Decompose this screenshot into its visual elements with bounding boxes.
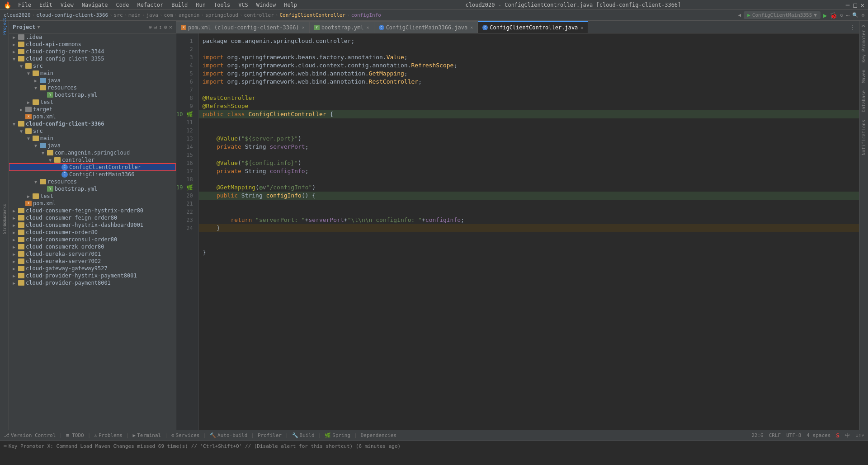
database-tab[interactable]: Database — [861, 89, 866, 114]
dependencies-tab[interactable]: Dependencies — [361, 432, 396, 438]
menu-run[interactable]: Run — [192, 1, 209, 9]
tree-item-provider-payment8001[interactable]: ▶ cloud-provider-payment8001 — [9, 279, 176, 287]
tab-pom[interactable]: X pom.xml (cloud-config-client-3366) ✕ — [176, 21, 310, 33]
collapse-icon[interactable]: ⊟ — [154, 24, 157, 30]
build-tab[interactable]: 🔧 Build — [292, 432, 315, 438]
tab-more-button[interactable]: ⋮ — [845, 22, 859, 33]
tree-item-consul-order[interactable]: ▶ cloud-consumerconsul-order80 — [9, 236, 176, 243]
maximize-button[interactable]: □ — [853, 1, 857, 9]
menu-vcs[interactable]: VCS — [235, 1, 252, 9]
tab-main3366[interactable]: C ConfigClientMain3366.java ✕ — [374, 21, 478, 33]
tree-item-pom-3366[interactable]: X pom.xml — [9, 200, 176, 207]
settings-icon[interactable]: ⚙ — [164, 24, 167, 30]
key-promoter-tab[interactable]: Key Promoter X — [861, 23, 866, 64]
breadcrumb-item[interactable]: springcloud — [205, 12, 238, 18]
tree-item-feign-order[interactable]: ▶ cloud-consumer-feign-order80 — [9, 214, 176, 221]
tree-item-eureka7001[interactable]: ▶ cloud-eureka-server7001 — [9, 250, 176, 258]
menu-edit[interactable]: Edit — [36, 1, 56, 9]
tree-item-main-3366[interactable]: ▼ main — [9, 135, 176, 142]
tree-item-ConfigClientMain3366[interactable]: C ConfigClientMain3366 — [9, 171, 176, 178]
code-editor[interactable]: 1 2 3 4 5 6 7 8 9 10 🌿 11 12 13 14 15 16… — [176, 33, 859, 430]
project-icon[interactable]: Project — [1, 23, 8, 30]
close-panel-icon[interactable]: ✕ — [169, 24, 172, 30]
tree-item-feign-hystrix-order[interactable]: ▶ cloud-consumer-feign-hystrix-order80 — [9, 207, 176, 214]
breadcrumb-item[interactable]: controller — [244, 12, 274, 18]
breadcrumb-item[interactable]: cloud2020 — [4, 12, 31, 18]
breadcrumb-item[interactable]: angenin — [179, 12, 199, 18]
menu-build[interactable]: Build — [168, 1, 191, 9]
tree-item-pom-3355[interactable]: X pom.xml — [9, 113, 176, 120]
tab-close-button[interactable]: ✕ — [470, 25, 473, 30]
tree-item-eureka7002[interactable]: ▶ cloud-eureka-server7002 — [9, 258, 176, 265]
tab-controller[interactable]: C ConfigClientController.java ✕ — [478, 21, 588, 33]
tree-item-resources-3355[interactable]: ▼ resources — [9, 84, 176, 91]
breadcrumb-item[interactable]: configInfo — [351, 12, 381, 18]
tab-close-button[interactable]: ✕ — [367, 25, 369, 30]
tab-bootstrap[interactable]: Y bootstrap.yml ✕ — [310, 21, 374, 33]
menu-window[interactable]: Window — [253, 1, 279, 9]
tab-close-button[interactable]: ✕ — [302, 25, 305, 30]
tree-item-src-3366[interactable]: ▼ src — [9, 127, 176, 135]
tree-item-hystrix-payment8001[interactable]: ▶ cloud-provider-hystrix-payment8001 — [9, 272, 176, 279]
search-button[interactable]: 🔍 — [852, 12, 859, 18]
profiler-tab[interactable]: Profiler — [258, 432, 282, 438]
breadcrumb-item[interactable]: ConfigClientController — [279, 12, 345, 18]
tree-item-zk-order[interactable]: ▶ cloud-consumerzk-order80 — [9, 243, 176, 250]
autobuild-tab[interactable]: 🔨 Auto-build — [210, 432, 247, 438]
menu-tools[interactable]: Tools — [210, 1, 234, 9]
sort-icon[interactable]: ↕ — [159, 24, 162, 30]
tree-item-hystrix-dashboard[interactable]: ▶ cloud-consumer-hystrix-dashboard9001 — [9, 221, 176, 229]
run-button[interactable]: ▶ — [823, 12, 827, 19]
breadcrumb-item[interactable]: java — [146, 12, 158, 18]
indent-indicator[interactable]: 4 spaces — [807, 432, 830, 438]
tree-item-config-center[interactable]: ▶ cloud-config-center-3344 — [9, 48, 176, 55]
code-content[interactable]: package com.angenin.springcloud.controll… — [199, 33, 859, 430]
tree-item-bootstrap-3366[interactable]: Y bootstrap.yml — [9, 185, 176, 193]
tree-item-bootstrap-3355[interactable]: Y bootstrap.yml — [9, 91, 176, 99]
breadcrumb-item[interactable]: com — [164, 12, 173, 18]
tree-item-java-3366[interactable]: ▼ java — [9, 142, 176, 149]
tree-item-main-3355[interactable]: ▼ main — [9, 70, 176, 77]
breadcrumb-item[interactable]: cloud-config-client-3366 — [36, 12, 108, 18]
breadcrumb-nav-back[interactable]: ◀ — [738, 12, 741, 18]
menu-navigate[interactable]: Navigate — [78, 1, 112, 9]
menu-code[interactable]: Code — [113, 1, 133, 9]
project-dropdown[interactable]: ▼ — [38, 24, 40, 29]
locate-icon[interactable]: ⊕ — [149, 24, 152, 30]
spring-tab[interactable]: 🌿 Spring — [325, 432, 350, 438]
tree-item-test-3355[interactable]: ▶ test — [9, 99, 176, 106]
version-control-tab[interactable]: ⎇ Version Control — [4, 432, 56, 438]
breadcrumb-item[interactable]: main — [128, 12, 141, 18]
tree-item-java-3355[interactable]: ▶ java — [9, 77, 176, 84]
tree-item-client-3355[interactable]: ▼ cloud-config-client-3355 — [9, 55, 176, 62]
structure-icon[interactable]: Structure — [1, 220, 8, 227]
todo-tab[interactable]: ≡ TODO — [66, 432, 84, 438]
menu-help[interactable]: Help — [280, 1, 301, 9]
services-tab[interactable]: ⚙ Services — [171, 432, 200, 438]
more-buttons[interactable]: ⋯ — [846, 12, 849, 19]
tree-item-client-3366[interactable]: ▼ cloud-config-client-3366 — [9, 120, 176, 127]
tree-item-target-3355[interactable]: ▶ target — [9, 106, 176, 113]
tree-item-ConfigClientController[interactable]: C ConfigClientController — [9, 164, 176, 171]
tree-item-resources-3366[interactable]: ▼ resources — [9, 178, 176, 185]
breadcrumb-item[interactable]: src — [114, 12, 123, 18]
menu-file[interactable]: File — [14, 1, 35, 9]
terminal-tab[interactable]: ▶ Terminal — [133, 432, 161, 438]
tree-item-idea[interactable]: ▶ .idea — [9, 33, 176, 41]
tree-item-consumer-order[interactable]: ▶ cloud-consumer-order80 — [9, 229, 176, 236]
maven-tab[interactable]: Maven — [861, 68, 866, 85]
debug-button[interactable]: 🐞 — [830, 12, 837, 19]
tree-item-test-3366[interactable]: ▶ test — [9, 193, 176, 200]
tree-item-api-commons[interactable]: ▶ cloud-api-commons — [9, 41, 176, 48]
menu-view[interactable]: View — [57, 1, 77, 9]
tree-item-package[interactable]: ▼ com.angenin.springcloud — [9, 149, 176, 156]
tab-close-button[interactable]: ✕ — [580, 25, 583, 30]
settings-button[interactable]: ⚙ — [861, 12, 864, 18]
minimize-button[interactable]: ─ — [846, 1, 849, 9]
tree-item-controller-dir[interactable]: ▼ controller — [9, 156, 176, 164]
tree-item-gateway9527[interactable]: ▶ cloud-gateway-gateway9527 — [9, 265, 176, 272]
run-config-dropdown[interactable]: ▶ ConfigClientMain3355 ▼ — [744, 11, 821, 19]
refresh-button[interactable]: ↻ — [840, 12, 843, 18]
close-button[interactable]: ✕ — [861, 1, 864, 9]
crlf-indicator[interactable]: CRLF — [769, 432, 781, 438]
